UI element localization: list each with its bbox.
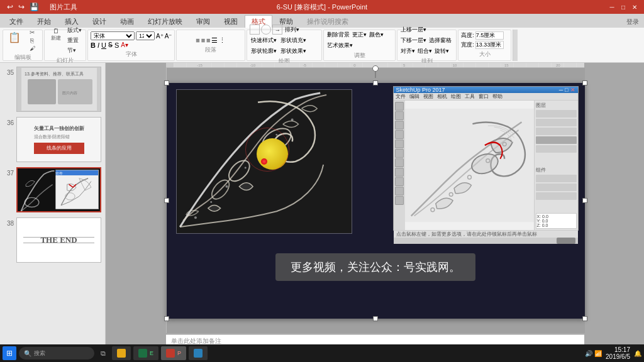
cut-btn[interactable]: ✂	[25, 28, 40, 36]
reset-btn[interactable]: 重置	[66, 36, 83, 45]
group-btn[interactable]: 组合▾	[417, 47, 433, 56]
slide-thumb-36[interactable]: 36 矢量工具一独创的创新 混合数形·阴差阳错 线条的应用	[3, 116, 103, 163]
copy-btn[interactable]: ⎘	[25, 36, 40, 44]
tab-view[interactable]: 视图	[217, 15, 245, 28]
sw-tool-4[interactable]	[395, 130, 404, 139]
resize-handle-mr[interactable]	[582, 198, 587, 203]
taskbar-app-powerpoint[interactable]: P	[161, 346, 186, 360]
rotation-handle[interactable]	[372, 65, 379, 72]
increase-font-btn[interactable]: A⁺	[156, 33, 164, 40]
bullet-btn[interactable]: ☰	[211, 36, 218, 45]
font-color-btn[interactable]: A▾	[121, 41, 128, 48]
arrange-btn[interactable]: 排列▾	[284, 25, 301, 35]
paste-btn[interactable]: 📋	[6, 28, 23, 46]
tab-slideshow[interactable]: 幻灯片放映	[141, 15, 189, 28]
sw-comp-3[interactable]	[536, 192, 577, 200]
taskbar-search[interactable]: 🔍 搜索	[19, 347, 94, 359]
bold-btn[interactable]: B	[91, 41, 96, 49]
sw-tool-2[interactable]	[395, 111, 404, 120]
align-center-btn[interactable]: ≡	[201, 36, 205, 44]
slide-thumb-37[interactable]: 37 软件	[3, 166, 103, 214]
corrections-btn[interactable]: 更正▾	[352, 30, 367, 40]
sw-tool-6[interactable]	[395, 149, 404, 158]
sw-comp-1[interactable]	[536, 175, 577, 182]
height-input[interactable]	[475, 31, 504, 40]
tab-animation[interactable]: 动画	[113, 15, 141, 28]
shape-outline-btn[interactable]: 形状轮廓▾	[250, 47, 278, 56]
resize-handle-br[interactable]	[582, 316, 587, 321]
sw-tool-8[interactable]	[395, 168, 404, 177]
width-input[interactable]	[475, 41, 504, 49]
shape-btn[interactable]	[250, 25, 260, 35]
sw-layer-3[interactable]	[536, 128, 577, 135]
taskbar-app-browser[interactable]	[189, 346, 208, 360]
notification-btn[interactable]: 🔔	[634, 350, 641, 357]
sw-tool-11[interactable]	[395, 196, 404, 205]
align-right-btn[interactable]: ≡	[206, 36, 210, 44]
selection-pane-btn[interactable]: 选择窗格	[428, 36, 452, 45]
shape-effect-btn[interactable]: 形状效果▾	[279, 47, 308, 56]
resize-handle-tm[interactable]	[373, 80, 378, 85]
redo-btn[interactable]: ↪	[16, 2, 26, 12]
minimize-btn[interactable]: ─	[608, 3, 616, 11]
sw-comp-2[interactable]	[536, 184, 577, 191]
sw-menu-edit[interactable]: 编辑	[409, 93, 419, 100]
sw-menu-file[interactable]: 文件	[396, 93, 406, 100]
strikethrough-btn[interactable]: S̶	[108, 41, 113, 49]
sw-menu-view[interactable]: 视图	[423, 93, 433, 100]
share-btn[interactable]: 登录	[621, 16, 644, 28]
decrease-font-btn[interactable]: A⁻	[165, 33, 172, 40]
start-btn[interactable]: ⊞	[3, 346, 16, 360]
sw-menu-draw[interactable]: 绘图	[451, 93, 461, 100]
send-backward-btn[interactable]: 下移一层▾	[400, 36, 427, 45]
sw-layer-1[interactable]	[536, 110, 577, 118]
remove-bg-btn[interactable]: 删除背景	[326, 30, 350, 40]
sw-tool-5[interactable]	[395, 140, 404, 148]
format-painter-btn[interactable]: 🖌	[25, 45, 40, 52]
arrow-btn[interactable]: →	[272, 25, 282, 35]
sw-tool-7[interactable]	[395, 158, 404, 167]
tray-icons[interactable]: 🔊 📶	[585, 350, 602, 357]
slide-thumb-38[interactable]: 38 THE END	[3, 216, 103, 264]
sw-tool-9[interactable]	[395, 177, 404, 186]
resize-handle-tr[interactable]	[582, 80, 587, 85]
underline-btn[interactable]: U	[101, 41, 106, 49]
new-slide-btn[interactable]: 🗒新建	[47, 26, 65, 43]
restore-btn[interactable]: □	[619, 3, 628, 11]
shadow-btn[interactable]: S	[114, 41, 119, 49]
quick-styles-btn[interactable]: 快速样式▾	[250, 36, 278, 45]
tab-review[interactable]: 审阅	[189, 15, 217, 28]
section-btn[interactable]: 节▾	[66, 46, 83, 55]
columns-btn[interactable]: ⋮	[219, 36, 226, 45]
sw-tool-3[interactable]	[395, 121, 404, 129]
sw-menu-tools[interactable]: 工具	[465, 93, 475, 100]
sw-min-btn[interactable]: ─	[559, 87, 563, 93]
bring-forward-btn[interactable]: 上移一层▾	[400, 25, 427, 35]
tab-file[interactable]: 文件	[3, 15, 30, 28]
resize-handle-bm[interactable]	[373, 316, 378, 321]
oval-btn[interactable]	[261, 25, 271, 35]
artistic-effects-btn[interactable]: 艺术效果▾	[326, 41, 353, 50]
close-btn[interactable]: ✕	[630, 3, 639, 11]
sw-layer-4[interactable]	[536, 136, 577, 144]
tab-design[interactable]: 设计	[86, 15, 113, 28]
align-left-btn[interactable]: ≡	[196, 36, 199, 44]
italic-btn[interactable]: I	[97, 41, 99, 49]
scroll-handle[interactable]	[513, 30, 518, 61]
sw-max-btn[interactable]: □	[565, 87, 568, 93]
undo-btn[interactable]: ↩	[5, 2, 15, 12]
align-objects-btn[interactable]: 对齐▾	[400, 47, 416, 56]
layout-btn[interactable]: 版式▾	[66, 26, 83, 35]
sw-layer-2[interactable]	[536, 119, 577, 126]
font-family-select[interactable]: 宋体	[91, 31, 135, 40]
color-btn[interactable]: 颜色▾	[369, 30, 384, 40]
resize-handle-tl[interactable]	[164, 80, 169, 85]
sw-tool-10[interactable]	[395, 187, 404, 195]
sw-menu-help[interactable]: 帮助	[492, 93, 502, 100]
sw-menu-camera[interactable]: 相机	[437, 93, 447, 100]
font-size-select[interactable]: 12	[136, 31, 155, 40]
sw-layer-5[interactable]	[536, 145, 577, 153]
sw-menu-window[interactable]: 窗口	[479, 93, 489, 100]
rotate-btn[interactable]: 旋转▾	[434, 47, 450, 56]
sw-tool-1[interactable]	[395, 102, 404, 111]
